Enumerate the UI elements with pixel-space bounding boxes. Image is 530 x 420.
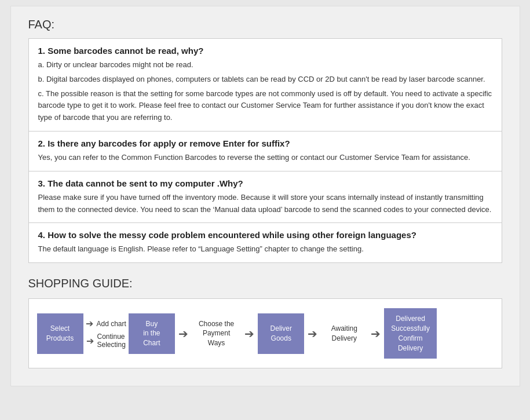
faq-section: 1. Some barcodes cannot be read, why? a.…	[28, 38, 502, 263]
guide-step-delivered: DeliveredSuccessfullyConfirmDelivery	[384, 308, 437, 359]
faq-question-4: 4. How to solve the messy code problem e…	[38, 230, 492, 240]
arrow-right-icon-2: ➔	[86, 335, 94, 346]
faq-answer-1b: b. Digital barcodes displayed on phones,…	[38, 74, 492, 86]
faq-item-1: 1. Some barcodes cannot be read, why? a.…	[29, 39, 502, 132]
faq-question-3: 3. The data cannot be sent to my compute…	[38, 178, 492, 188]
main-container: FAQ: 1. Some barcodes cannot be read, wh…	[10, 6, 520, 386]
faq-answer-3: Please make sure if you have turned off …	[38, 192, 492, 216]
faq-answer-1a: a. Dirty or unclear barcodes might not b…	[38, 59, 492, 71]
faq-answer-1c: c. The possible reason is that the setti…	[38, 88, 492, 124]
step-box-deliver: DeliverGoods	[258, 313, 304, 354]
step-box-payment: Choose thePaymentWays	[192, 313, 241, 354]
guide-step-buy-chart: Buyin theChart	[129, 313, 175, 354]
faq-answer-2: Yes, you can refer to the Common Functio…	[38, 152, 492, 164]
faq-item-3: 3. The data cannot be sent to my compute…	[29, 171, 502, 224]
step-box-buy-chart: Buyin theChart	[129, 313, 175, 354]
shopping-guide-title: SHOPPING GUIDE:	[28, 277, 502, 290]
faq-item-4: 4. How to solve the messy code problem e…	[29, 223, 502, 262]
sub-step-add-chart-label: Add chart	[97, 320, 126, 328]
faq-answer-4a: The default language is English. Please …	[38, 243, 492, 255]
sub-step-continue-label: ContinueSelecting	[97, 333, 126, 349]
faq-answer-4: The default language is English. Please …	[38, 243, 492, 255]
faq-question-2: 2. Is there any barcodes for apply or re…	[38, 138, 492, 148]
arrow-icon-4: ➔	[244, 327, 254, 341]
arrow-icon-3: ➔	[178, 327, 188, 341]
step-box-awaiting: AwaitingDelivery	[321, 313, 367, 354]
arrow-sub-steps: ➔ Add chart ➔ ContinueSelecting	[86, 318, 126, 349]
faq-question-1: 1. Some barcodes cannot be read, why?	[38, 46, 492, 56]
step-box-select-products: SelectProducts	[37, 313, 83, 354]
faq-title: FAQ:	[28, 18, 502, 31]
sub-step-add-chart: ➔ Add chart	[86, 318, 126, 329]
shopping-guide-flow: SelectProducts ➔ Add chart ➔ ContinueSel…	[28, 298, 502, 368]
arrow-icon-6: ➔	[371, 327, 381, 341]
faq-answer-1: a. Dirty or unclear barcodes might not b…	[38, 59, 492, 124]
faq-answer-3a: Please make sure if you have turned off …	[38, 192, 492, 216]
guide-step-awaiting: AwaitingDelivery	[321, 313, 367, 354]
guide-step-deliver: DeliverGoods	[258, 313, 304, 354]
faq-item-2: 2. Is there any barcodes for apply or re…	[29, 132, 502, 171]
step-box-delivered: DeliveredSuccessfullyConfirmDelivery	[384, 308, 437, 359]
sub-step-continue-selecting: ➔ ContinueSelecting	[86, 333, 126, 349]
arrow-icon-5: ➔	[308, 327, 317, 341]
arrow-right-icon: ➔	[86, 318, 93, 329]
faq-answer-2a: Yes, you can refer to the Common Functio…	[38, 152, 492, 164]
guide-step-select-products: SelectProducts	[37, 313, 83, 354]
guide-step-payment: Choose thePaymentWays	[192, 313, 241, 354]
